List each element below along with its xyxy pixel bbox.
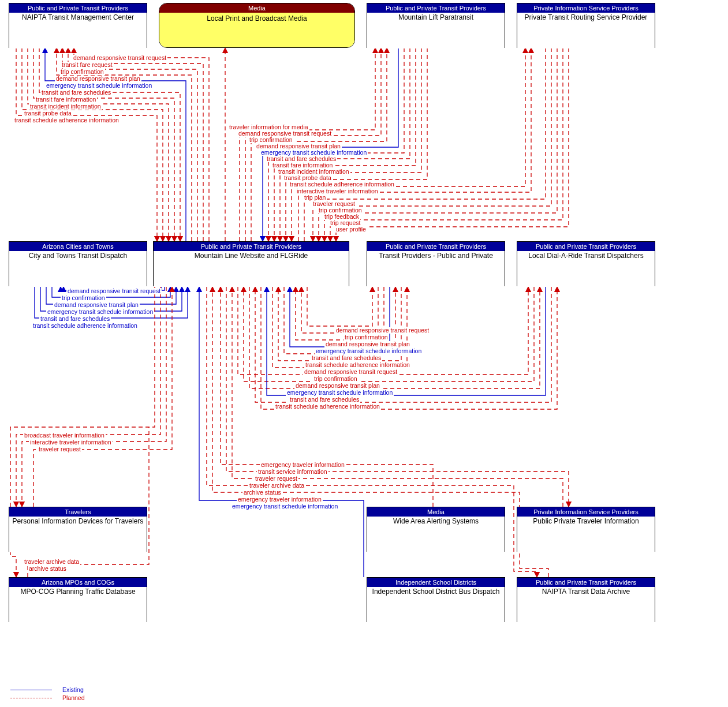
- element-label: City and Towns Transit Dispatch: [9, 251, 147, 287]
- legend-line-existing: [10, 690, 52, 690]
- node-pidt[interactable]: Travelers Personal Information Devices f…: [9, 507, 147, 552]
- node-ppti[interactable]: Private Information Service Providers Pu…: [517, 507, 655, 552]
- stakeholder-label: Public and Private Transit Providers: [517, 578, 655, 587]
- element-label: Personal Information Devices for Travele…: [9, 517, 147, 552]
- element-label: Mountain Line Website and FLGRide: [154, 251, 349, 287]
- flow-label: emergency traveler information: [260, 462, 346, 468]
- flow-label: transit and fare schedules: [39, 316, 111, 322]
- flow-label: transit and fare schedules: [311, 355, 382, 361]
- node-ptrsp[interactable]: Private Information Service Providers Pr…: [517, 3, 655, 48]
- stakeholder-label: Private Information Service Providers: [517, 3, 655, 13]
- stakeholder-label: Independent School Districts: [367, 578, 505, 587]
- flow-label: transit service information: [257, 469, 328, 475]
- legend-line-planned: [10, 698, 52, 698]
- element-label: NAIPTA Transit Data Archive: [517, 587, 655, 623]
- node-mlw[interactable]: Public and Private Transit Providers Mou…: [153, 241, 349, 286]
- flow-label: transit schedule adherence information: [32, 323, 139, 329]
- flow-label: archive status: [28, 566, 68, 572]
- flow-label: traveler archive data: [23, 559, 80, 565]
- flow-label: transit and fare schedules: [40, 89, 112, 96]
- flow-label: emergency transit schedule information: [231, 503, 339, 510]
- stakeholder-label: Public and Private Transit Providers: [154, 242, 349, 251]
- node-mpocog[interactable]: Arizona MPOs and COGs MPO-COG Planning T…: [9, 577, 147, 622]
- element-label: Mountain Lift Paratransit: [367, 13, 505, 48]
- flow-label: demand responsive transit request: [303, 369, 398, 375]
- flow-label: demand responsive transit plan: [55, 76, 141, 82]
- node-mlp[interactable]: Public and Private Transit Providers Mou…: [367, 3, 505, 48]
- flow-label: demand responsive transit request: [66, 288, 162, 294]
- flow-label: transit fare request: [61, 62, 114, 68]
- flow-label: trip confirmation: [344, 334, 389, 341]
- element-label: Local Print and Broadcast Media: [159, 13, 354, 48]
- node-waa[interactable]: Media Wide Area Alerting Systems: [367, 507, 505, 552]
- element-label: Transit Providers - Public and Private: [367, 251, 505, 287]
- element-label: MPO-COG Planning Traffic Database: [9, 587, 147, 623]
- flow-label: archive status: [242, 489, 282, 496]
- flow-label: emergency traveler information: [237, 496, 323, 503]
- flow-label: transit schedule adherence information: [13, 117, 120, 124]
- flow-label: emergency transit schedule information: [315, 348, 423, 354]
- flow-label: demand responsive transit request: [72, 55, 167, 61]
- element-label: Private Transit Routing Service Provider: [517, 13, 655, 48]
- flow-label: transit probe data: [23, 110, 73, 117]
- stakeholder-label: Media: [159, 3, 354, 13]
- flow-label: transit schedule adherence information: [304, 362, 411, 368]
- legend: Existing Planned: [10, 686, 85, 702]
- flow-label: transit fare information: [35, 96, 97, 103]
- stakeholder-label: Arizona Cities and Towns: [9, 242, 147, 251]
- node-isdbd[interactable]: Independent School Districts Independent…: [367, 577, 505, 622]
- flow-label: emergency transit schedule information: [46, 309, 154, 315]
- legend-text-existing: Existing: [62, 686, 84, 693]
- flow-label: demand responsive transit plan: [324, 341, 411, 347]
- flow-label: user profile: [335, 226, 367, 233]
- node-naipta-tmc[interactable]: Public and Private Transit Providers NAI…: [9, 3, 147, 48]
- flow-label: interactive traveler information: [29, 439, 113, 446]
- stakeholder-label: Public and Private Transit Providers: [367, 242, 505, 251]
- flow-label: emergency transit schedule information: [45, 83, 153, 89]
- element-label: Independent School District Bus Dispatch: [367, 587, 505, 623]
- node-ldar[interactable]: Public and Private Transit Providers Loc…: [517, 241, 655, 286]
- node-media[interactable]: Media Local Print and Broadcast Media: [159, 3, 355, 48]
- stakeholder-label: Public and Private Transit Providers: [367, 3, 505, 13]
- flow-label: transit schedule adherence information: [274, 403, 381, 410]
- flow-label: trip confirmation: [313, 376, 359, 382]
- node-ntda[interactable]: Public and Private Transit Providers NAI…: [517, 577, 655, 622]
- stakeholder-label: Travelers: [9, 507, 147, 517]
- flow-label: broadcast traveler information: [23, 432, 106, 439]
- flow-label: traveler request: [38, 446, 82, 452]
- flow-label: transit and fare schedules: [289, 396, 360, 403]
- flow-label: emergency transit schedule information: [286, 390, 394, 396]
- flow-label: trip confirmation: [61, 295, 106, 301]
- flow-label: demand responsive transit request: [335, 327, 430, 334]
- flow-label: transit schedule adherence information: [289, 181, 395, 188]
- element-label: NAIPTA Transit Management Center: [9, 13, 147, 48]
- flow-label: traveler request: [254, 476, 298, 482]
- flow-label: trip confirmation: [59, 69, 105, 75]
- flow-label: demand responsive transit plan: [294, 383, 381, 389]
- node-tppp[interactable]: Public and Private Transit Providers Tra…: [367, 241, 505, 286]
- stakeholder-label: Public and Private Transit Providers: [9, 3, 147, 13]
- stakeholder-label: Public and Private Transit Providers: [517, 242, 655, 251]
- element-label: Local Dial-A-Ride Transit Dispatchers: [517, 251, 655, 287]
- element-label: Wide Area Alerting Systems: [367, 517, 505, 552]
- stakeholder-label: Private Information Service Providers: [517, 507, 655, 517]
- flow-label: traveler archive data: [248, 482, 305, 489]
- stakeholder-label: Media: [367, 507, 505, 517]
- stakeholder-label: Arizona MPOs and COGs: [9, 578, 147, 587]
- node-ctt[interactable]: Arizona Cities and Towns City and Towns …: [9, 241, 147, 286]
- legend-text-planned: Planned: [62, 694, 85, 701]
- element-label: Public Private Traveler Information: [517, 517, 655, 552]
- flow-label: transit incident information: [29, 103, 102, 110]
- flow-label: demand responsive transit plan: [53, 302, 140, 308]
